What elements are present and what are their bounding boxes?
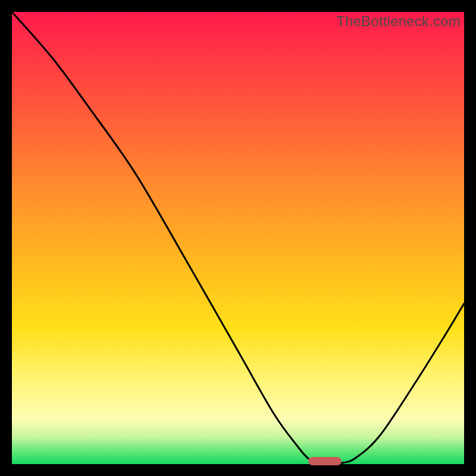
optimal-range-marker: [308, 457, 342, 465]
curve-path: [12, 12, 464, 464]
bottleneck-curve: [12, 12, 464, 464]
chart-frame: TheBottleneck.com: [12, 12, 464, 464]
